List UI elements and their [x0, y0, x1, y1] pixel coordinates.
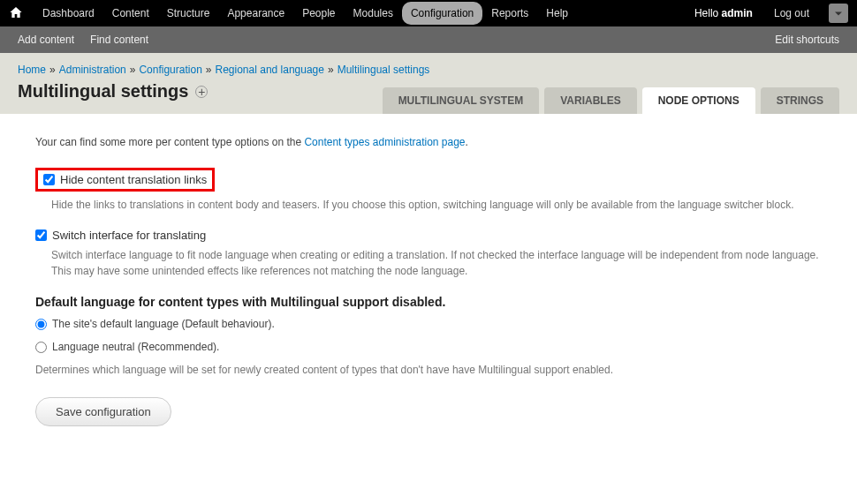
toolbar-item-configuration[interactable]: Configuration: [402, 2, 482, 25]
content-types-link[interactable]: Content types administration page: [304, 136, 465, 148]
find-content-link[interactable]: Find content: [90, 34, 148, 46]
shortcut-bar: Add content Find content Edit shortcuts: [0, 26, 857, 53]
breadcrumb-separator: »: [126, 64, 140, 76]
toolbar-item-content[interactable]: Content: [103, 2, 158, 25]
username: admin: [722, 7, 753, 19]
intro-suffix: .: [466, 136, 468, 148]
page-title-text: Multilingual settings: [18, 81, 188, 102]
hide-links-checkbox[interactable]: [43, 174, 55, 185]
hide-links-item: Hide content translation links Hide the …: [35, 168, 822, 213]
switch-interface-row: Switch interface for translating: [35, 229, 822, 242]
breadcrumb-item[interactable]: Administration: [59, 64, 126, 76]
breadcrumb-separator: »: [324, 64, 337, 76]
tab-node-options[interactable]: Node options: [642, 87, 755, 114]
home-icon[interactable]: [9, 5, 25, 22]
breadcrumb-item[interactable]: Regional and language: [216, 64, 324, 76]
default-lang-option1-label: The site's default language (Default beh…: [52, 318, 275, 330]
tab-multilingual-system[interactable]: Multilingual system: [383, 87, 540, 114]
breadcrumb-separator: »: [46, 64, 59, 76]
hide-links-highlight: Hide content translation links: [35, 168, 215, 192]
toolbar-item-help[interactable]: Help: [537, 2, 577, 25]
admin-toolbar: DashboardContentStructureAppearancePeopl…: [0, 0, 857, 26]
toolbar-user: Hello admin: [684, 7, 763, 19]
page-title-row: Multilingual settings + Multilingual sys…: [18, 81, 839, 114]
default-lang-option2-label: Language neutral (Recommended).: [52, 341, 219, 353]
tab-variables[interactable]: Variables: [544, 87, 636, 114]
switch-interface-item: Switch interface for translating Switch …: [35, 229, 822, 279]
logout-link[interactable]: Log out: [763, 7, 820, 19]
default-lang-option2-row: Language neutral (Recommended).: [35, 341, 822, 353]
intro-text: Your can find some more per content type…: [35, 136, 822, 148]
edit-shortcuts-link[interactable]: Edit shortcuts: [775, 34, 839, 46]
hello-prefix: Hello: [694, 7, 722, 19]
toolbar-item-modules[interactable]: Modules: [345, 2, 402, 25]
save-button[interactable]: Save configuration: [35, 397, 171, 426]
toolbar-item-appearance[interactable]: Appearance: [218, 2, 293, 25]
toolbar-item-reports[interactable]: Reports: [482, 2, 537, 25]
default-lang-help: Determines which language will be set fo…: [35, 364, 822, 376]
default-lang-title: Default language for content types with …: [35, 295, 822, 309]
toolbar-item-dashboard[interactable]: Dashboard: [34, 2, 103, 25]
header-region: Home»Administration»Configuration»Region…: [0, 53, 857, 114]
tabs: Multilingual systemVariablesNode options…: [383, 87, 839, 114]
hide-links-desc: Hide the links to translations in conten…: [51, 197, 822, 213]
switch-interface-checkbox[interactable]: [35, 229, 47, 241]
content-region: Your can find some more per content type…: [0, 114, 857, 448]
tab-strings[interactable]: Strings: [761, 87, 839, 114]
default-lang-radio-2[interactable]: [35, 342, 47, 353]
add-shortcut-icon[interactable]: +: [195, 86, 208, 98]
breadcrumb-separator: »: [202, 64, 216, 76]
breadcrumb-item[interactable]: Home: [18, 64, 46, 76]
hide-links-label: Hide content translation links: [60, 173, 207, 186]
breadcrumb-item[interactable]: Configuration: [139, 64, 201, 76]
breadcrumb-item[interactable]: Multilingual settings: [337, 64, 430, 76]
switch-interface-label: Switch interface for translating: [52, 229, 206, 242]
page-title: Multilingual settings +: [18, 81, 208, 114]
breadcrumb: Home»Administration»Configuration»Region…: [18, 64, 839, 76]
intro-prefix: Your can find some more per content type…: [35, 136, 304, 148]
toolbar-item-structure[interactable]: Structure: [158, 2, 219, 25]
toolbar-item-people[interactable]: People: [293, 2, 344, 25]
default-lang-option1-row: The site's default language (Default beh…: [35, 318, 822, 330]
toolbar-right: Hello admin Log out: [684, 4, 848, 23]
add-content-link[interactable]: Add content: [18, 34, 74, 46]
switch-interface-desc: Switch interface language to fit node la…: [51, 247, 822, 279]
toolbar-toggle-icon[interactable]: [829, 4, 848, 23]
default-lang-radio-1[interactable]: [35, 319, 47, 330]
toolbar-menu: DashboardContentStructureAppearancePeopl…: [34, 2, 684, 25]
